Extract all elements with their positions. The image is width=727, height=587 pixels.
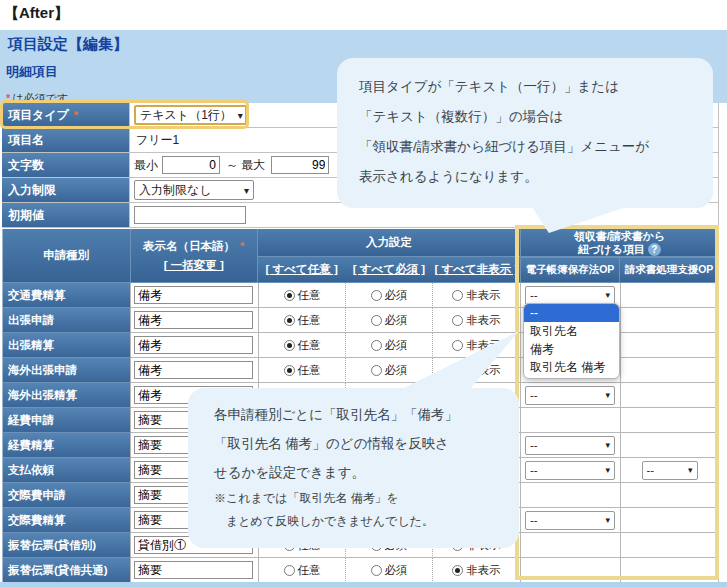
invoice-cell: ▾: [621, 308, 719, 333]
chevron-down-icon: ▾: [605, 440, 610, 450]
invoice-cell: ▾: [621, 433, 719, 458]
radio-required[interactable]: 必須: [346, 558, 433, 583]
menu-option[interactable]: 取引先名: [524, 322, 619, 340]
initial-value-input[interactable]: [134, 206, 246, 224]
invoice-cell: ▾: [621, 283, 719, 308]
display-name-cell: [131, 283, 259, 308]
display-name-cell: [131, 558, 259, 583]
bulk-change-link[interactable]: [ 一括変更 ]: [164, 258, 224, 273]
chevron-down-icon: ▾: [605, 465, 610, 475]
min-chars-input[interactable]: [162, 156, 220, 174]
radio-icon[interactable]: [371, 315, 382, 326]
ebook-select[interactable]: --▾: [525, 511, 615, 530]
display-name-input[interactable]: [134, 336, 253, 354]
callout-item-type-note: 項目タイプが「テキスト（一行）」または 「テキスト（複数行）」の場合は 「領収書…: [337, 58, 713, 208]
invoice-cell: ▾: [621, 558, 719, 583]
menu-option[interactable]: 備考: [524, 340, 619, 358]
set-all-hidden-link[interactable]: [ すべて非表示 ]: [433, 262, 520, 277]
radio-icon[interactable]: [452, 315, 463, 326]
max-chars-input[interactable]: [271, 156, 329, 174]
radio-icon[interactable]: [284, 340, 295, 351]
col-ebook-op: 電子帳簿保存法OP: [521, 257, 620, 283]
ebook-select[interactable]: --▾: [525, 461, 615, 480]
initial-value-label: 初期値: [2, 203, 130, 227]
radio-icon[interactable]: [284, 290, 295, 301]
invoice-cell: ▾: [621, 533, 719, 558]
radio-optional[interactable]: 任意: [259, 358, 346, 383]
radio-icon[interactable]: [452, 290, 463, 301]
radio-icon[interactable]: [284, 565, 295, 576]
request-type-label: 経費精算: [3, 433, 131, 458]
ebook-select-open-menu: -- 取引先名 備考 取引先名 備考: [523, 303, 620, 379]
request-type-label: 交際費申請: [3, 483, 131, 508]
ebook-cell: --▾: [521, 433, 621, 458]
item-type-select[interactable]: テキスト（1行）▾: [134, 105, 247, 125]
radio-icon[interactable]: [452, 340, 463, 351]
radio-icon[interactable]: [371, 365, 382, 376]
display-name-input[interactable]: [134, 561, 253, 579]
radio-icon[interactable]: [452, 565, 463, 576]
ebook-select[interactable]: --▾: [525, 386, 615, 405]
request-type-label: 振替伝票(貸借共通): [3, 558, 131, 583]
radio-hidden[interactable]: 非表示: [433, 308, 521, 333]
request-type-label: 海外出張精算: [3, 383, 131, 408]
radio-required[interactable]: 必須: [346, 333, 433, 358]
radio-icon[interactable]: [371, 565, 382, 576]
radio-hidden[interactable]: 非表示: [433, 283, 521, 308]
ebook-cell: ▾: [521, 558, 621, 583]
section-title: 明細項目: [6, 63, 58, 81]
radio-icon[interactable]: [284, 315, 295, 326]
request-type-label: 経費申請: [3, 408, 131, 433]
radio-optional[interactable]: 任意: [259, 558, 346, 583]
col-invoice-op: 請求書処理支援OP: [620, 257, 719, 283]
chevron-down-icon: ▾: [605, 515, 610, 525]
invoice-cell: ▾: [621, 408, 719, 433]
set-all-optional-link[interactable]: [ すべて任意 ]: [258, 262, 345, 277]
ebook-cell: ▾: [521, 533, 621, 558]
request-type-label: 支払依頼: [3, 458, 131, 483]
invoice-select[interactable]: --▾: [642, 461, 698, 480]
col-input-setting: 入力設定: [258, 229, 521, 257]
chevron-down-icon: ▾: [688, 465, 693, 475]
help-icon[interactable]: ?: [648, 243, 661, 256]
input-restriction-select[interactable]: 入力制限なし▾: [134, 180, 254, 200]
request-type-label: 交通費精算: [3, 283, 131, 308]
ebook-select[interactable]: --▾: [525, 286, 615, 305]
display-name-input[interactable]: [134, 361, 253, 379]
page-title: 項目設定【編集】: [8, 35, 128, 54]
min-label: 最小: [134, 157, 158, 174]
radio-required[interactable]: 必須: [346, 283, 433, 308]
radio-required[interactable]: 必須: [346, 308, 433, 333]
menu-option[interactable]: --: [524, 304, 619, 322]
input-restriction-label: 入力制限: [2, 178, 130, 202]
ebook-select[interactable]: --▾: [525, 436, 615, 455]
radio-optional[interactable]: 任意: [259, 308, 346, 333]
request-type-label: 振替伝票(貸借別): [3, 533, 131, 558]
col-request-type: 申請種別: [3, 229, 131, 283]
item-name-label: 項目名: [2, 128, 130, 152]
char-count-label: 文字数: [2, 153, 130, 177]
request-type-label: 交際費精算: [3, 508, 131, 533]
radio-hidden[interactable]: 非表示: [433, 558, 521, 583]
display-name-input[interactable]: [134, 286, 253, 304]
radio-optional[interactable]: 任意: [259, 333, 346, 358]
ebook-cell: --▾: [521, 383, 621, 408]
callout-linked-items-note: 各申請種別ごとに「取引先名」「備考」 「取引先名 備考」のどの情報を反映さ せる…: [188, 388, 519, 548]
col-linked-items: 領収書/請求書から 紐づける項目?: [521, 229, 719, 257]
display-name-cell: [131, 333, 259, 358]
radio-icon[interactable]: [371, 340, 382, 351]
chevron-down-icon: ▾: [605, 290, 610, 300]
menu-option[interactable]: 取引先名 備考: [524, 358, 619, 376]
radio-icon[interactable]: [284, 365, 295, 376]
display-name-cell: [131, 358, 259, 383]
radio-required[interactable]: 必須: [346, 358, 433, 383]
invoice-cell: ▾: [621, 383, 719, 408]
item-name-value: フリー1: [134, 132, 179, 149]
set-all-required-link[interactable]: [ すべて必須 ]: [345, 262, 432, 277]
radio-optional[interactable]: 任意: [259, 283, 346, 308]
display-name-input[interactable]: [134, 311, 253, 329]
radio-icon[interactable]: [371, 290, 382, 301]
request-type-label: 出張申請: [3, 308, 131, 333]
chevron-down-icon: ▾: [605, 390, 610, 400]
display-name-cell: [131, 308, 259, 333]
